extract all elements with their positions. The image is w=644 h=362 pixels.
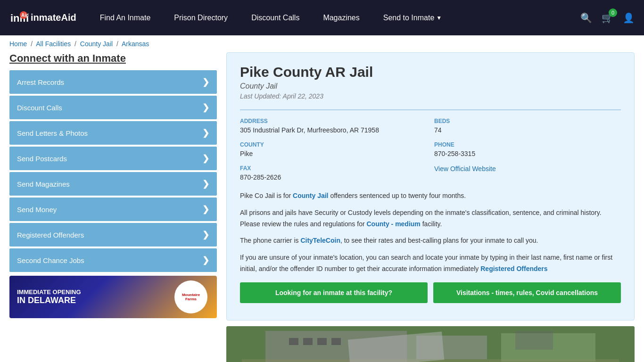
county-block: COUNTY Pike xyxy=(240,141,427,157)
breadcrumb-sep-3: / xyxy=(116,40,118,48)
site-header: inmate Aid inmateAid Find An Inmate Pris… xyxy=(0,0,644,35)
arrow-icon: ❯ xyxy=(202,179,209,189)
main-layout: Connect with an Inmate Arrest Records ❯ … xyxy=(0,52,644,362)
main-content: Pike County AR Jail County Jail Last Upd… xyxy=(226,52,635,362)
user-icon[interactable]: 👤 xyxy=(623,12,635,24)
address-label: ADDRESS xyxy=(240,118,427,124)
county-jail-link[interactable]: County Jail xyxy=(293,192,328,199)
phone-block: PHONE 870-258-3315 xyxy=(434,141,621,157)
sidebar-title: Connect with an Inmate xyxy=(9,52,217,65)
sidebar-item-second-chance-jobs[interactable]: Second Chance Jobs ❯ xyxy=(9,248,217,272)
facility-description: Pike Co Jail is for County Jail offender… xyxy=(240,190,621,275)
official-website-link[interactable]: View Official Website xyxy=(434,165,496,173)
arrow-icon: ❯ xyxy=(202,204,209,214)
sidebar-item-send-letters[interactable]: Send Letters & Photos ❯ xyxy=(9,121,217,145)
chevron-down-icon: ▼ xyxy=(436,15,442,21)
arrow-icon: ❯ xyxy=(202,102,209,113)
sidebar-item-send-money[interactable]: Send Money ❯ xyxy=(9,197,217,221)
cart-badge: 0 xyxy=(609,8,617,17)
svg-text:Aid: Aid xyxy=(21,13,28,18)
cart-icon[interactable]: 🛒 0 xyxy=(602,12,613,24)
facility-last-updated: Last Updated: April 22, 2023 xyxy=(240,92,621,100)
svg-rect-9 xyxy=(303,338,313,345)
beds-label: BEDS xyxy=(434,118,621,124)
logo[interactable]: inmate Aid inmateAid xyxy=(9,8,76,27)
nav-magazines[interactable]: Magazines xyxy=(314,9,369,27)
address-block: ADDRESS 305 Industrial Park Dr, Murfrees… xyxy=(240,118,427,134)
fax-block: FAX 870-285-2626 xyxy=(240,165,427,181)
nav-find-inmate[interactable]: Find An Inmate xyxy=(91,9,160,27)
nav-send-to-inmate[interactable]: Send to Inmate ▼ xyxy=(374,9,451,27)
sidebar-advertisement[interactable]: IMMEDIATE OPENING IN DELAWARE Mountaire … xyxy=(9,276,217,318)
main-nav: Find An Inmate Prison Directory Discount… xyxy=(91,9,580,27)
svg-rect-4 xyxy=(265,331,407,362)
address-value: 305 Industrial Park Dr, Murfreesboro, AR… xyxy=(240,126,427,134)
ad-logo: Mountaire Farms xyxy=(174,280,207,313)
svg-rect-5 xyxy=(416,336,487,359)
breadcrumb-county-jail[interactable]: County Jail xyxy=(80,40,113,48)
arrow-icon: ❯ xyxy=(202,230,209,240)
search-icon[interactable]: 🔍 xyxy=(580,12,592,24)
county-value: Pike xyxy=(240,150,427,157)
action-buttons: Looking for an inmate at this facility? … xyxy=(240,282,621,303)
find-inmate-button[interactable]: Looking for an inmate at this facility? xyxy=(240,282,428,303)
breadcrumb-arkansas[interactable]: Arkansas xyxy=(122,40,149,48)
breadcrumb-all-facilities[interactable]: All Facilities xyxy=(36,40,71,48)
sidebar-item-arrest-records[interactable]: Arrest Records ❯ xyxy=(9,70,217,94)
phone-label: PHONE xyxy=(434,141,621,148)
desc-p1: Pike Co Jail is for County Jail offender… xyxy=(240,190,621,202)
nav-discount-calls[interactable]: Discount Calls xyxy=(242,9,309,27)
desc-p3: The phone carrier is CityTeleCoin, to se… xyxy=(240,235,621,247)
desc-p2: All prisons and jails have Security or C… xyxy=(240,207,621,230)
sidebar: Connect with an Inmate Arrest Records ❯ … xyxy=(9,52,217,362)
svg-rect-10 xyxy=(317,338,327,345)
svg-rect-11 xyxy=(331,338,341,345)
header-icons: 🔍 🛒 0 👤 xyxy=(580,12,635,24)
phone-value: 870-258-3315 xyxy=(434,150,621,157)
sidebar-item-registered-offenders[interactable]: Registered Offenders ❯ xyxy=(9,223,217,247)
facility-aerial-photo xyxy=(226,326,635,362)
arrow-icon: ❯ xyxy=(202,77,209,87)
registered-offenders-link[interactable]: Registered Offenders xyxy=(480,265,547,272)
logo-text: inmateAid xyxy=(31,12,76,23)
beds-block: BEDS 74 xyxy=(434,118,621,134)
website-block: View Official Website xyxy=(434,165,621,181)
sidebar-item-send-postcards[interactable]: Send Postcards ❯ xyxy=(9,147,217,170)
beds-value: 74 xyxy=(434,126,621,134)
facility-info-grid: ADDRESS 305 Industrial Park Dr, Murfrees… xyxy=(240,109,621,181)
arrow-icon: ❯ xyxy=(202,255,209,265)
breadcrumb-sep-1: / xyxy=(31,40,33,48)
desc-p4: If you are unsure of your inmate's locat… xyxy=(240,252,621,275)
county-medium-link[interactable]: County - medium xyxy=(366,220,420,228)
breadcrumb-home[interactable]: Home xyxy=(9,40,27,48)
arrow-icon: ❯ xyxy=(202,153,209,164)
sidebar-menu: Arrest Records ❯ Discount Calls ❯ Send L… xyxy=(9,70,217,272)
facility-type: County Jail xyxy=(240,82,621,90)
svg-rect-7 xyxy=(242,359,619,362)
nav-prison-directory[interactable]: Prison Directory xyxy=(165,9,237,27)
fax-value: 870-285-2626 xyxy=(240,173,427,181)
facility-name: Pike County AR Jail xyxy=(240,64,621,80)
sidebar-item-send-magazines[interactable]: Send Magazines ❯ xyxy=(9,172,217,196)
arrow-icon: ❯ xyxy=(202,128,209,138)
visitations-button[interactable]: Visitations - times, rules, Covid cancel… xyxy=(433,282,621,303)
fax-label: FAX xyxy=(240,165,427,172)
citytelecoin-link[interactable]: CityTeleCoin xyxy=(300,237,340,244)
sidebar-item-discount-calls[interactable]: Discount Calls ❯ xyxy=(9,96,217,119)
svg-rect-8 xyxy=(289,338,298,345)
breadcrumb-sep-2: / xyxy=(74,40,76,48)
svg-rect-6 xyxy=(501,333,595,362)
breadcrumb: Home / All Facilities / County Jail / Ar… xyxy=(0,35,644,52)
facility-card: Pike County AR Jail County Jail Last Upd… xyxy=(226,52,635,321)
county-label: COUNTY xyxy=(240,141,427,148)
